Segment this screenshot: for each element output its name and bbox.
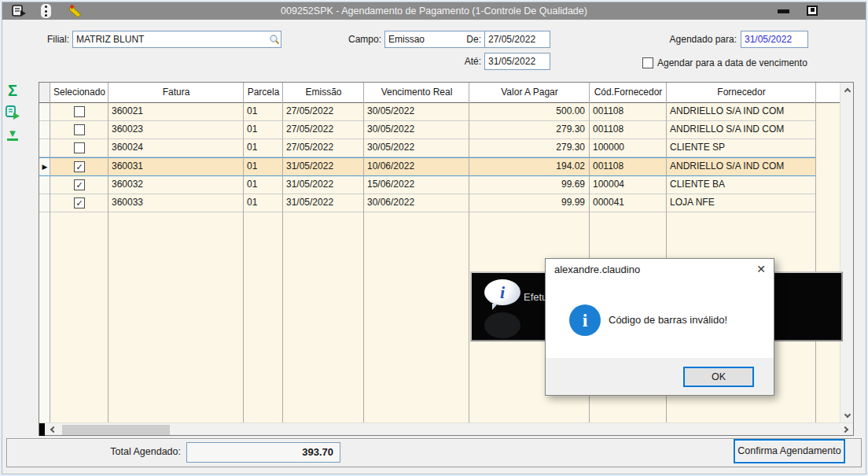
cod-fornecedor-cell: 100004 xyxy=(590,176,667,194)
header-emissao[interactable]: Emissão xyxy=(283,83,364,102)
vencimento-real-cell: 10/06/2022 xyxy=(364,158,469,175)
selecionado-cell xyxy=(50,103,108,120)
chevron-right-icon xyxy=(842,426,848,433)
vertical-scrollbar[interactable] xyxy=(840,83,853,422)
vencimento-real-cell: 30/05/2022 xyxy=(364,121,469,138)
filial-input[interactable]: MATRIZ BLUNT xyxy=(72,31,281,48)
row-cells: ✓3600310131/05/202210/06/2022194.0200110… xyxy=(50,158,816,175)
cod-fornecedor-cell: 001108 xyxy=(590,121,667,138)
selecionado-cell: ✓ xyxy=(50,176,108,194)
message-box-footer: OK xyxy=(546,358,774,395)
table-row[interactable]: 3600240127/05/202230/05/2022279.30100000… xyxy=(39,139,816,157)
close-icon[interactable]: ✕ xyxy=(756,263,766,275)
info-bubble-icon: i xyxy=(484,279,520,305)
selecionado-cell: ✓ xyxy=(50,194,108,212)
row-checkbox-unchecked[interactable] xyxy=(74,142,85,153)
campo-value: Emissao xyxy=(388,34,425,45)
scroll-right-button[interactable] xyxy=(840,423,853,436)
selecionado-cell xyxy=(50,121,108,138)
fornecedor-cell: LOJA NFE xyxy=(667,194,816,212)
horizontal-scroll-thumb[interactable] xyxy=(62,425,170,435)
row-cells: 3600210127/05/202230/05/2022500.00001108… xyxy=(50,103,816,120)
minimize-button[interactable] xyxy=(778,9,789,13)
goto-last-row-icon[interactable]: ▼ xyxy=(3,126,22,145)
agendar-vencimento-label: Agendar para a data de vencimento xyxy=(657,54,846,72)
row-checkbox-checked[interactable]: ✓ xyxy=(74,161,85,172)
app-window: 009252SPK - Agendamento de Pagamento (1-… xyxy=(0,0,868,476)
valor-a-pagar-cell: 500.00 xyxy=(469,103,590,120)
table-row[interactable]: ✓3600320131/05/202215/06/202299.69100004… xyxy=(39,176,816,194)
cod-fornecedor-cell: 001108 xyxy=(590,158,667,175)
de-label: De: xyxy=(440,31,481,48)
scroll-up-button[interactable] xyxy=(840,83,854,97)
total-agendado-label: Total Agendado: xyxy=(71,446,181,457)
selecionado-cell: ✓ xyxy=(50,158,108,175)
row-checkbox-checked[interactable]: ✓ xyxy=(74,179,85,190)
emissao-cell: 27/05/2022 xyxy=(283,139,364,157)
scrollbar-left-mark xyxy=(39,423,45,436)
info-bubble-reflection xyxy=(484,312,520,338)
confirma-agendamento-button[interactable]: Confirma Agendamento xyxy=(734,439,845,463)
vencimento-real-cell: 30/05/2022 xyxy=(364,139,469,157)
emissao-cell: 27/05/2022 xyxy=(283,121,364,138)
table-row[interactable]: 3600210127/05/202230/05/2022500.00001108… xyxy=(39,103,816,121)
table-row[interactable]: ✓3600330131/05/202230/06/202299.99000041… xyxy=(39,194,816,212)
agendado-para-input[interactable]: 31/05/2022 xyxy=(741,31,808,48)
maximize-button[interactable] xyxy=(807,6,818,16)
agendar-vencimento-checkbox[interactable] xyxy=(642,57,653,68)
header-valor-a-pagar[interactable]: Valor A Pagar xyxy=(469,83,590,102)
valor-a-pagar-cell: 279.30 xyxy=(469,139,590,157)
row-checkbox-unchecked[interactable] xyxy=(74,124,85,135)
row-checkbox-checked[interactable]: ✓ xyxy=(74,197,85,208)
grid-rows: 3600210127/05/202230/05/2022500.00001108… xyxy=(39,103,816,212)
header-selecionado[interactable]: Selecionado xyxy=(50,83,108,102)
fatura-cell: 360031 xyxy=(108,158,244,175)
row-cells: 3600230127/05/202230/05/2022279.30001108… xyxy=(50,121,816,138)
valor-a-pagar-cell: 194.02 xyxy=(469,158,590,175)
vencimento-real-cell: 15/06/2022 xyxy=(364,176,469,194)
header-vencimento-real[interactable]: Vencimento Real xyxy=(364,83,469,102)
message-box: alexandre.claudino ✕ i Código de barras … xyxy=(545,258,774,396)
header-parcela[interactable]: Parcela xyxy=(244,83,283,102)
de-value: 27/05/2022 xyxy=(488,34,535,45)
fatura-cell: 360021 xyxy=(108,103,244,120)
valor-a-pagar-cell: 99.99 xyxy=(469,194,590,212)
row-checkbox-unchecked[interactable] xyxy=(74,106,85,117)
export-grid-icon[interactable] xyxy=(3,103,22,122)
selecionado-cell xyxy=(50,139,108,157)
de-input[interactable]: 27/05/2022 xyxy=(484,31,550,48)
header-fornecedor[interactable]: Fornecedor xyxy=(667,83,816,102)
agendado-para-value: 31/05/2022 xyxy=(745,34,792,45)
fatura-cell: 360033 xyxy=(108,194,244,212)
header-cod-fornecedor[interactable]: Cód.Fornecedor xyxy=(590,83,667,102)
sigma-glyph: Σ xyxy=(8,82,17,100)
row-indicator-cell xyxy=(39,103,50,120)
grid-header-row: Selecionado Fatura Parcela Emissão Venci… xyxy=(39,83,840,103)
parcela-cell: 01 xyxy=(244,176,283,194)
scroll-left-button[interactable] xyxy=(46,423,59,436)
window-title: 009252SPK - Agendamento de Pagamento (1-… xyxy=(2,2,866,20)
cod-fornecedor-cell: 100000 xyxy=(590,139,667,157)
row-cells: ✓3600330131/05/202230/06/202299.99000041… xyxy=(50,194,816,212)
agendado-para-label: Agendado para: xyxy=(638,31,737,48)
search-icon xyxy=(269,34,280,48)
header-filler xyxy=(816,83,840,102)
ate-input[interactable]: 31/05/2022 xyxy=(484,53,550,70)
message-box-title: alexandre.claudino xyxy=(554,264,640,275)
header-fatura[interactable]: Fatura xyxy=(108,83,244,102)
background-dialog-text: Efetu xyxy=(524,291,547,303)
down-triangle-glyph: ▼ xyxy=(7,130,19,141)
horizontal-scrollbar[interactable] xyxy=(39,422,853,435)
ok-button[interactable]: OK xyxy=(683,367,754,387)
parcela-cell: 01 xyxy=(244,121,283,138)
titlebar: 009252SPK - Agendamento de Pagamento (1-… xyxy=(2,2,866,20)
chevron-down-icon xyxy=(844,411,850,417)
scroll-down-button[interactable] xyxy=(840,408,854,422)
emissao-cell: 31/05/2022 xyxy=(283,194,364,212)
table-row[interactable]: ▶✓3600310131/05/202210/06/2022194.020011… xyxy=(39,157,816,176)
row-indicator-cell xyxy=(39,139,50,157)
sum-totals-icon[interactable]: Σ xyxy=(3,81,22,100)
export-grid-icon-svg xyxy=(4,104,21,121)
table-row[interactable]: 3600230127/05/202230/05/2022279.30001108… xyxy=(39,121,816,139)
fornecedor-cell: ANDRIELLO S/A IND COM xyxy=(667,121,816,138)
